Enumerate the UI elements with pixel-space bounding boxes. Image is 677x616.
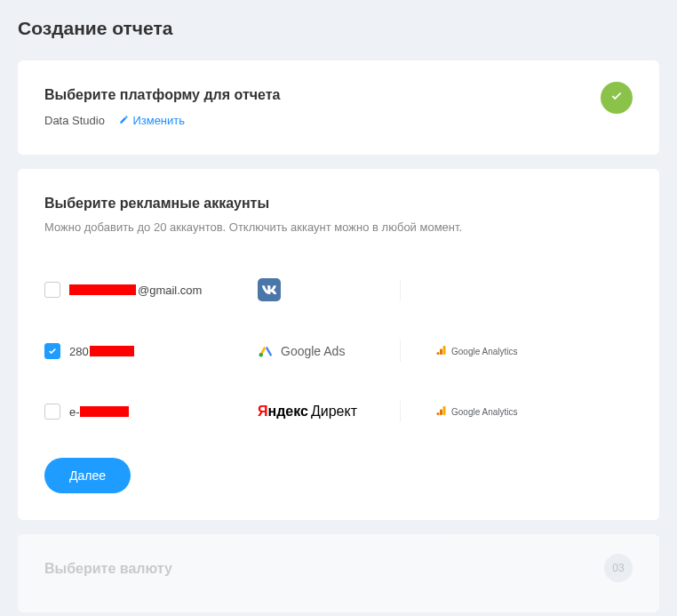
svg-point-0 [259, 353, 264, 357]
svg-rect-1 [443, 346, 446, 355]
step-currency-card: Выберите валюту 03 [18, 534, 659, 612]
page-title: Создание отчета [18, 18, 659, 39]
step-platform-card: Выберите платформу для отчета Data Studi… [18, 60, 659, 155]
step-accounts-title: Выберите рекламные аккаунты [44, 196, 633, 212]
google-ads-icon [258, 342, 274, 361]
vk-icon [258, 278, 281, 301]
account-checkbox[interactable] [44, 404, 60, 420]
step-complete-badge [601, 82, 633, 114]
step-accounts-desc: Можно добавить до 20 аккаунтов. Отключит… [44, 220, 633, 234]
next-button[interactable]: Далее [44, 458, 131, 493]
step-number-badge: 03 [604, 554, 633, 582]
yandex-direct-logo: ЯндексДирект [258, 404, 357, 420]
google-analytics-logo: Google Analytics [436, 345, 518, 357]
edit-label: Изменить [132, 114, 185, 127]
svg-rect-4 [443, 406, 446, 415]
account-checkbox[interactable] [44, 343, 60, 359]
check-icon [610, 90, 623, 106]
google-analytics-logo: Google Analytics [436, 405, 518, 418]
account-row: @gmail.com [44, 259, 633, 321]
platform-value: Data Studio [44, 114, 105, 127]
accounts-list: @gmail.com 280 [44, 259, 633, 442]
step-accounts-card: Выберите рекламные аккаунты Можно добави… [18, 169, 659, 520]
account-id: e- [69, 405, 131, 419]
step-platform-title: Выберите платформу для отчета [44, 87, 633, 103]
svg-point-6 [437, 412, 440, 415]
svg-rect-2 [440, 349, 442, 356]
google-ads-logo: Google Ads [258, 342, 345, 361]
google-analytics-icon [436, 405, 447, 418]
account-row: e- ЯндексДирект Google Analytics [44, 381, 633, 442]
edit-platform-link[interactable]: Изменить [119, 114, 185, 127]
pencil-icon [119, 114, 129, 127]
svg-rect-5 [440, 410, 442, 416]
account-email: @gmail.com [69, 284, 202, 297]
account-row: 280 Google Ads [44, 321, 633, 381]
svg-point-3 [437, 352, 440, 355]
google-analytics-icon [436, 345, 447, 357]
step-currency-title: Выберите валюту [44, 561, 633, 577]
account-id: 280 [69, 345, 136, 358]
account-checkbox[interactable] [44, 282, 60, 298]
